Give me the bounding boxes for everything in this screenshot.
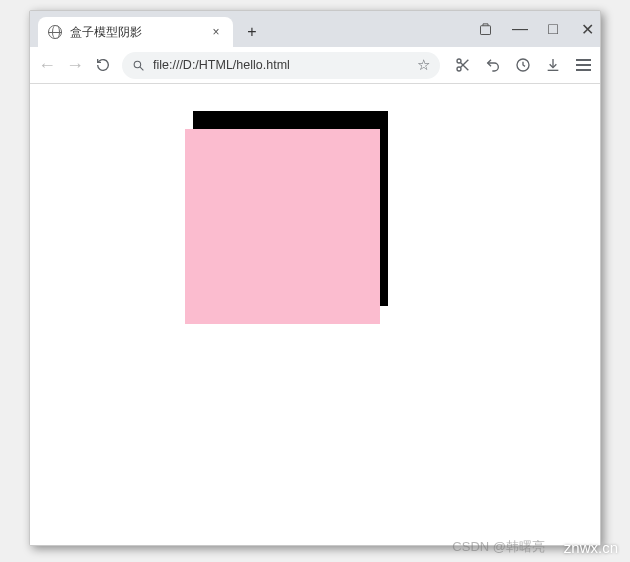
- menu-button[interactable]: [574, 59, 592, 71]
- search-icon: [132, 59, 145, 72]
- svg-point-1: [134, 61, 141, 67]
- browser-tab[interactable]: 盒子模型阴影 ×: [38, 17, 233, 47]
- close-window-button[interactable]: ✕: [580, 20, 594, 39]
- hamburger-icon: [576, 59, 591, 71]
- tab-title: 盒子模型阴影: [70, 24, 209, 41]
- maximize-button[interactable]: □: [546, 20, 560, 38]
- window-controls: — □ ✕: [478, 13, 594, 45]
- svg-line-2: [140, 67, 143, 70]
- page-content: [30, 84, 600, 545]
- svg-point-4: [457, 67, 461, 71]
- download-icon[interactable]: [544, 57, 562, 73]
- reload-button[interactable]: [94, 57, 112, 73]
- address-bar[interactable]: file:///D:/HTML/hello.html ☆: [122, 52, 440, 79]
- new-tab-button[interactable]: +: [239, 19, 265, 45]
- svg-point-3: [457, 59, 461, 63]
- back-button[interactable]: ←: [38, 55, 56, 76]
- forward-button[interactable]: →: [66, 55, 84, 76]
- tab-close-button[interactable]: ×: [209, 25, 223, 39]
- watermark-brand: znwx.cn: [564, 539, 618, 556]
- globe-icon: [48, 25, 62, 39]
- titlebar: 盒子模型阴影 × + — □ ✕: [30, 11, 600, 47]
- watermark-csdn: CSDN @韩曙亮: [452, 538, 545, 556]
- bookmark-star-icon[interactable]: ☆: [417, 56, 430, 74]
- browser-window: 盒子模型阴影 × + — □ ✕ ← → file:///D:/HTML/hel…: [29, 10, 601, 546]
- history-icon[interactable]: [514, 57, 532, 73]
- url-text: file:///D:/HTML/hello.html: [153, 58, 409, 72]
- undo-icon[interactable]: [484, 57, 502, 73]
- svg-rect-0: [481, 25, 491, 34]
- toolbar-right: [450, 57, 592, 73]
- extensions-icon[interactable]: [478, 22, 492, 37]
- toolbar: ← → file:///D:/HTML/hello.html ☆: [30, 47, 600, 84]
- demo-box: [185, 129, 380, 324]
- scissors-icon[interactable]: [454, 57, 472, 73]
- minimize-button[interactable]: —: [512, 20, 526, 38]
